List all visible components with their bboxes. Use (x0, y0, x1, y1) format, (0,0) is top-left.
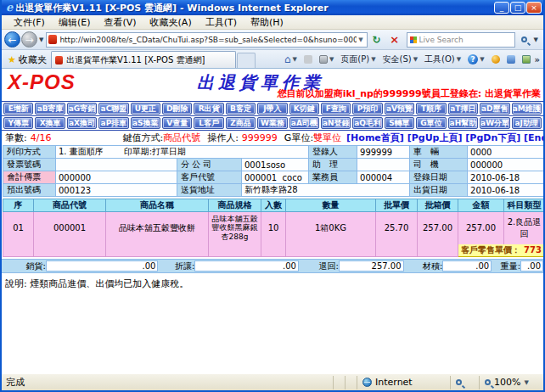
print-mode-field[interactable]: 1. 畫面順序印單期:打單日期 (56, 146, 309, 159)
customer-set-button[interactable]: B客定 (226, 103, 256, 115)
help-button[interactable]: ?▼ (465, 53, 486, 65)
status-segment (333, 376, 345, 389)
feeds-button[interactable] (301, 54, 315, 64)
cell-seq: 01 (3, 212, 34, 244)
search-dropdown-icon[interactable]: ▼ (534, 36, 538, 43)
status-magnifier-icon (456, 379, 462, 385)
ship-date-field[interactable]: 2010-06-18 (468, 184, 543, 197)
preprint-button[interactable]: P預印 (352, 103, 382, 115)
send-icon (507, 55, 515, 64)
customer-button[interactable]: L客戶 (194, 117, 223, 129)
menu-tools[interactable]: 工具(T) (199, 15, 244, 30)
protected-mode-segment[interactable] (450, 376, 479, 389)
split-order-button[interactable]: aW分單 (480, 117, 509, 129)
help-tool-button[interactable]: aH幫助 (448, 117, 478, 129)
zoom-dropdown-icon[interactable]: ▼ (524, 379, 528, 386)
print-button[interactable]: ▼ (317, 54, 336, 64)
change-sales-button[interactable]: aS換業 (131, 117, 160, 129)
sales-total-label: 銷貨: (14, 260, 46, 272)
assistant-field[interactable] (357, 159, 410, 171)
return-total-field[interactable]: 257.00 (339, 260, 404, 272)
close-button[interactable]: × (526, 2, 542, 14)
address-bar[interactable]: http://win2008/te/s_CData/ChuTui.asp?SB=… (46, 32, 367, 48)
margin-button[interactable]: aQ毛利 (352, 117, 382, 129)
favorites-button[interactable]: ★ 收藏夹 (3, 51, 51, 68)
send-button[interactable] (504, 54, 518, 64)
warehouse-button[interactable]: aB寄庫 (35, 103, 65, 115)
add-button[interactable]: E增新 (3, 103, 33, 115)
driver-button[interactable]: aA司機 (289, 117, 319, 129)
refresh-icon[interactable]: ↻ (368, 31, 385, 48)
zone-label: Internet (375, 377, 413, 388)
order-button[interactable]: T順序 (416, 103, 446, 115)
branch-field[interactable]: 0001soso (242, 159, 309, 171)
consign-button[interactable]: aG寄銷 (67, 103, 97, 115)
search-button[interactable] (516, 31, 533, 48)
voucher-field[interactable]: 000000 (56, 171, 177, 184)
voucher-button[interactable]: Y傳票 (3, 117, 33, 129)
overflow-chevron-icon[interactable]: » (535, 55, 540, 64)
correct-button[interactable]: U更正 (131, 103, 160, 115)
switch-key-button[interactable]: K切鍵 (289, 103, 319, 115)
research-button[interactable] (520, 54, 533, 64)
transfer-button[interactable]: S轉單 (385, 117, 414, 129)
menu-favorites[interactable]: 收藏夹(A) (143, 15, 199, 30)
active-tab[interactable]: 出退貨單作業V1.11 [X-POS 雲通網] (51, 51, 236, 68)
search-box[interactable]: Live Search (407, 32, 515, 48)
preout-number-field[interactable]: 000123 (56, 184, 177, 197)
table-row[interactable]: 01 000001 品味本舖五穀豐收餅 品味本舖五穀豐收餅黑麻銀杏288g 10… (3, 212, 544, 244)
login-person-field[interactable]: 999999 (357, 146, 410, 159)
url-text[interactable]: http://win2008/te/s_CData/ChuTui.asp?SB=… (59, 36, 357, 44)
assistant-button[interactable]: aJ助理 (512, 117, 542, 129)
sales-total-field[interactable]: .00 (46, 260, 159, 272)
driver-field[interactable]: 000000 (468, 159, 543, 171)
weight-total-field[interactable]: .00 (520, 260, 543, 272)
minimize-button[interactable]: _ (494, 2, 509, 14)
preout-number-label: 預出號碼 (3, 184, 56, 197)
business-button[interactable]: W業務 (257, 117, 287, 129)
page-menu-button[interactable]: 页面(P)▼ (338, 53, 378, 66)
menu-edit[interactable]: 编辑(E) (52, 15, 98, 30)
register-date-field[interactable]: 2010-06-18 (468, 171, 543, 184)
search-placeholder[interactable]: Live Search (419, 36, 512, 44)
vehicle-field[interactable]: 0000 (468, 146, 543, 159)
ship-button[interactable]: R出貨 (194, 103, 223, 115)
address-dropdown-icon[interactable]: ▼ (357, 36, 364, 43)
messenger-button[interactable] (489, 54, 503, 64)
import-button[interactable]: J帶入 (257, 103, 287, 115)
delete-button[interactable]: D刪除 (162, 103, 192, 115)
menu-help[interactable]: 帮助(H) (244, 15, 290, 30)
menu-view[interactable]: 查看(V) (97, 15, 143, 30)
zoom-control[interactable]: 100% ▼ (479, 376, 543, 389)
history-dropdown-icon[interactable]: ▼ (39, 36, 43, 43)
customer-code-field[interactable]: 000001 coco (242, 171, 309, 184)
stop-icon[interactable]: × (386, 31, 403, 48)
change-driver-button[interactable]: aX換司 (67, 117, 97, 129)
tools-menu-button[interactable]: 工具(O)▼ (422, 53, 464, 66)
change-vehicle-button[interactable]: X換車 (35, 117, 65, 129)
preview-button[interactable]: aV預覽 (385, 103, 414, 115)
unit-button[interactable]: G單位 (416, 117, 446, 129)
new-tab-button[interactable] (237, 53, 256, 68)
forward-button[interactable]: → (21, 31, 37, 48)
register-button[interactable]: aN登錄 (321, 117, 351, 129)
arrange-vehicle-button[interactable]: aP排車 (98, 117, 128, 129)
home-button[interactable]: ⌂▼ (282, 53, 300, 65)
safety-menu-button[interactable]: 安全(S)▼ (380, 53, 421, 66)
history-sales-button[interactable]: aD歷售 (480, 103, 509, 115)
discount-total-field[interactable]: .00 (194, 260, 299, 272)
volume-total-field[interactable]: .00 (442, 260, 492, 272)
check-qty-button[interactable]: V查量 (162, 117, 192, 129)
pick-date-button[interactable]: aT擇日 (448, 103, 478, 115)
product-button[interactable]: Z商品 (226, 117, 256, 129)
security-zone: Internet (357, 376, 450, 389)
salesman-field[interactable]: 000004 (357, 171, 410, 184)
menu-file[interactable]: 文件(F) (7, 15, 52, 30)
alliance-button[interactable]: aC聯盟 (98, 103, 128, 115)
invoice-field[interactable] (56, 159, 177, 171)
maintain-button[interactable]: aM維護 (512, 103, 542, 115)
maximize-button[interactable]: □ (510, 2, 525, 14)
delivery-address-field[interactable]: 新竹縣李路28 (242, 184, 410, 197)
query-button[interactable]: F查詢 (321, 103, 351, 115)
back-button[interactable]: ← (4, 31, 20, 48)
